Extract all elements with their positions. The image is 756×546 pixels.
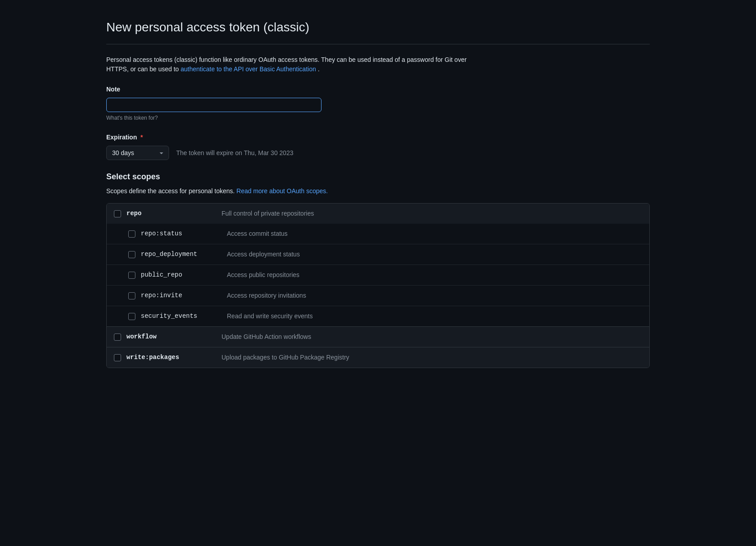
scope-name-repo-invite: repo:invite [141,291,222,300]
expiration-label: Expiration * [106,133,650,142]
api-auth-link[interactable]: authenticate to the API over Basic Authe… [181,65,316,73]
scope-checkbox-repo-status[interactable] [128,230,135,238]
scope-row-public-repo: public_repo Access public repositories [107,265,649,286]
page-description: Personal access tokens (classic) functio… [106,55,474,74]
scope-row-repo-deployment: repo_deployment Access deployment status [107,244,649,265]
page-container: New personal access token (classic) Pers… [96,0,660,397]
scope-row-security-events: security_events Read and write security … [107,306,649,326]
section-divider [106,44,650,44]
scope-checkbox-public-repo[interactable] [128,272,135,279]
scopes-form-group: Select scopes Scopes define the access f… [106,171,650,368]
scope-group-workflow: workflow Update GitHub Action workflows [107,327,649,347]
scope-checkbox-write-packages[interactable] [114,354,121,361]
expiration-form-group: Expiration * 7 days 30 days 60 days 90 d… [106,133,650,160]
scope-name-workflow: workflow [126,332,216,342]
scope-checkbox-repo[interactable] [114,210,121,217]
oauth-scopes-link[interactable]: Read more about OAuth scopes. [236,187,328,195]
scope-checkbox-security-events[interactable] [128,313,135,320]
expiration-hint: The token will expire on Thu, Mar 30 202… [176,148,293,158]
scopes-table: repo Full control of private repositorie… [106,203,650,368]
required-indicator: * [140,134,143,141]
expiration-row: 7 days 30 days 60 days 90 days No expira… [106,146,650,160]
scope-desc-repo-invite: Access repository invitations [227,291,306,300]
scope-desc-repo: Full control of private repositories [222,209,314,218]
scope-desc-write-packages: Upload packages to GitHub Package Regist… [222,353,349,362]
scope-desc-workflow: Update GitHub Action workflows [222,332,311,342]
scope-name-security-events: security_events [141,312,222,321]
scopes-description: Scopes define the access for personal to… [106,186,650,196]
scope-group-write-packages: write:packages Upload packages to GitHub… [107,347,649,368]
scope-row-workflow: workflow Update GitHub Action workflows [107,327,649,347]
scope-row-repo: repo Full control of private repositorie… [107,204,649,224]
scope-desc-repo-status: Access commit status [227,229,287,238]
scope-name-public-repo: public_repo [141,270,222,280]
scope-row-repo-status: repo:status Access commit status [107,224,649,244]
note-form-group: Note What's this token for? [106,85,650,122]
scope-row-write-packages: write:packages Upload packages to GitHub… [107,347,649,368]
note-input[interactable] [106,98,322,112]
scope-desc-security-events: Read and write security events [227,312,313,321]
scopes-title: Select scopes [106,171,650,183]
expiration-select[interactable]: 7 days 30 days 60 days 90 days No expira… [106,146,169,160]
scope-desc-public-repo: Access public repositories [227,270,300,280]
expiration-select-wrapper: 7 days 30 days 60 days 90 days No expira… [106,146,169,160]
page-title: New personal access token (classic) [106,18,650,37]
scope-checkbox-workflow[interactable] [114,334,121,341]
note-label: Note [106,85,650,94]
scope-checkbox-repo-invite[interactable] [128,292,135,299]
scope-name-write-packages: write:packages [126,353,216,362]
scope-desc-repo-deployment: Access deployment status [227,250,300,259]
description-text-2: . [318,65,320,73]
scope-name-repo-deployment: repo_deployment [141,250,222,259]
scope-group-repo: repo Full control of private repositorie… [107,204,649,327]
scope-row-repo-invite: repo:invite Access repository invitation… [107,286,649,306]
scope-checkbox-repo-deployment[interactable] [128,251,135,258]
note-hint: What's this token for? [106,114,650,122]
scope-name-repo-status: repo:status [141,229,222,238]
scope-name-repo: repo [126,209,216,218]
